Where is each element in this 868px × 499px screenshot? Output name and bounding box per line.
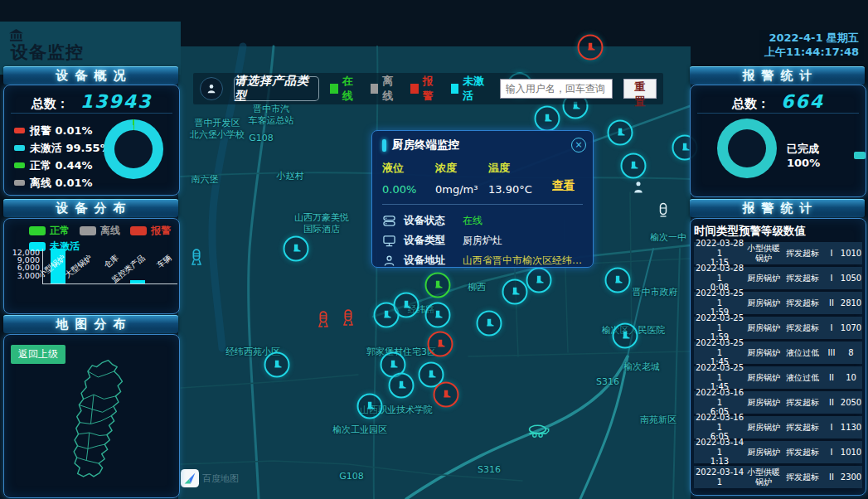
alarm-table-row[interactable]: 2022-03-28 1 0:08 厨房锅炉 挥发超标 I 1050 (694, 267, 862, 289)
alarm-table-row[interactable]: 2022-03-16 1 6:05 厨房锅炉 挥发超标 I 1130 (694, 416, 862, 438)
alarm-table-row[interactable]: 2022-03-14 1 小型供暖锅炉 挥发超标 II 2300 (694, 466, 862, 488)
person-address-icon (382, 254, 396, 267)
popup-divider (382, 204, 583, 205)
overview-legend-item[interactable]: 离线 0.01% (14, 174, 111, 191)
alarm-value-cell: 1010 (840, 249, 862, 259)
map-marker[interactable] (394, 293, 419, 318)
distribution-legend-item[interactable]: 报警 (130, 224, 171, 238)
stove-device-icon (584, 41, 596, 53)
map-marker[interactable] (608, 120, 633, 146)
alarm-level-cell: I (823, 448, 840, 458)
popup-info-row: 设备地址 山西省晋中市榆次区经纬街道经纬... (382, 250, 583, 270)
alarm-type-cell: 小型供暖锅炉 (745, 468, 782, 487)
alarm-total-value: 664 (781, 91, 824, 112)
map-marker[interactable] (389, 373, 415, 399)
alarm-level-cell: I (823, 249, 840, 259)
user-circle-icon[interactable] (200, 77, 223, 100)
alarm-value-cell: 2810 (840, 298, 862, 308)
distribution-legend-item[interactable]: 离线 (80, 224, 120, 238)
app-title: 设备监控 (8, 28, 106, 64)
overview-legend-label: 正常 0.44% (30, 158, 93, 173)
map-marker[interactable] (535, 106, 560, 132)
map-marker[interactable] (613, 323, 638, 349)
alarm-warning-cell: 挥发超标 (782, 298, 823, 308)
alarm-table-rows: 2022-03-28 1 1:15 小型供暖锅炉 挥发超标 I 1010 202… (694, 242, 862, 488)
popup-close-icon[interactable]: × (571, 138, 586, 153)
status-legend-swatch (451, 84, 459, 94)
map-marker[interactable] (425, 303, 451, 328)
app-title-text: 设备监控 (11, 42, 84, 62)
map-marker[interactable] (190, 249, 204, 266)
map-marker[interactable] (284, 236, 309, 262)
alarm-table-row[interactable]: 2022-03-28 1 1:15 小型供暖锅炉 挥发超标 I 1010 (694, 242, 862, 264)
alarm-table-row[interactable]: 2022-03-14 1 1:13 厨房锅炉 挥发超标 I 1010 (694, 441, 862, 463)
overview-legend-item[interactable]: 报警 0.01% (14, 122, 111, 139)
map-marker[interactable] (526, 268, 552, 293)
panel-header-device-distribution: 设备分布 (3, 199, 178, 217)
baidu-map-logo[interactable]: 百度地图 (181, 469, 239, 487)
dist-plot: 12,0009,0006,0003,000小型锅炉大型锅炉仓库监控类产品车辆 (42, 249, 177, 284)
tanker-truck-icon (528, 424, 550, 438)
username-search-input[interactable] (500, 79, 613, 99)
server-icon (382, 215, 396, 227)
map-marker[interactable] (317, 311, 331, 328)
alarm-table-row[interactable]: 2022-03-25 1 1:59 厨房锅炉 挥发超标 II 2810 (694, 292, 862, 314)
stove-device-icon (483, 317, 495, 329)
stove-device-icon (432, 279, 444, 291)
alarm-donut-legend[interactable]: 已完成 100% (787, 142, 866, 169)
reset-button[interactable]: 重置 (623, 79, 657, 99)
map-marker[interactable] (605, 268, 631, 293)
popup-view-link[interactable]: 查看 (552, 178, 575, 193)
popup-row-value: 厨房炉灶 (463, 234, 502, 248)
map-place-label: G108 (249, 133, 274, 144)
dashboard: 晋中市汽 车客运总站晋中开发区 北六堡小学校G108南六堡小赵村山西万豪美悦 国… (0, 0, 868, 499)
overview-legend-swatch (14, 145, 25, 151)
overview-legend-item[interactable]: 未激活 99.55% (14, 139, 111, 157)
baidu-map-attribution: 百度地图 (202, 472, 239, 485)
map-marker[interactable] (578, 35, 604, 61)
map-marker[interactable] (357, 394, 383, 419)
alarm-table-row[interactable]: 2022-03-16 1 6:05 厨房锅炉 挥发超标 II 2050 (694, 391, 862, 414)
map-place-label: 南六堡 (192, 174, 219, 186)
distribution-legend-item[interactable]: 正常 (29, 224, 70, 238)
map-place-label: G108 (339, 471, 364, 482)
map-marker[interactable] (428, 332, 453, 357)
map-marker[interactable] (621, 153, 647, 179)
status-legend-item[interactable]: 在线 (330, 74, 360, 104)
shanxi-province-outline[interactable] (52, 358, 135, 482)
baidu-paperplane-icon (181, 469, 199, 487)
map-marker[interactable] (477, 311, 502, 337)
status-legend-item[interactable]: 报警 (410, 74, 440, 104)
alarm-level-cell: I (823, 323, 840, 333)
alarm-legend-label: 已完成 100% (787, 142, 848, 169)
alarm-warning-cell: 挥发超标 (782, 472, 823, 482)
alarm-table-row[interactable]: 2022-03-25 1 1:45 厨房锅炉 液位过低 II 10 (694, 366, 862, 389)
alarm-warning-cell: 挥发超标 (782, 249, 823, 259)
status-legend-item[interactable]: 离线 (371, 74, 400, 104)
stove-device-icon (628, 160, 639, 172)
status-legend-item[interactable]: 未激活 (451, 74, 489, 104)
map-marker[interactable] (502, 279, 528, 305)
map-marker[interactable] (434, 382, 459, 408)
alarm-table-column-header: 时间 (694, 224, 716, 239)
alarm-table-row[interactable]: 2022-03-25 1 1:45 厨房锅炉 液位过低 III 8 (694, 342, 862, 364)
alarm-time-cell: 2022-03-14 1 1:13 (694, 438, 745, 467)
alarm-legend-swatch (854, 152, 866, 159)
alarm-type-cell: 厨房锅炉 (745, 274, 782, 283)
alarm-table-row[interactable]: 2022-03-25 1 1:59 厨房锅炉 挥发超标 I 1070 (694, 317, 862, 339)
map-marker[interactable] (342, 309, 356, 327)
overview-legend-item[interactable]: 正常 0.44% (14, 157, 111, 174)
map-marker[interactable] (264, 352, 290, 378)
map-marker[interactable] (528, 424, 550, 438)
map-marker[interactable] (632, 181, 646, 195)
map-marker[interactable] (658, 202, 668, 217)
alarm-type-cell: 小型供暖锅炉 (745, 244, 782, 263)
alarm-warning-cell: 挥发超标 (782, 274, 823, 283)
map-place-label: 晋中开发区 北六堡小学校 (190, 118, 245, 141)
alarm-warning-cell: 挥发超标 (782, 398, 823, 408)
product-type-dropdown[interactable]: 请选择产品类型 (234, 76, 319, 101)
alarm-donut-hole (728, 129, 766, 167)
map-marker[interactable] (425, 273, 451, 298)
alarm-value-cell: 2300 (840, 472, 862, 482)
device-distribution-panel: 正常 离线 报警 未激活 12,0009,0006,0003,000小型锅炉大型… (3, 218, 180, 314)
